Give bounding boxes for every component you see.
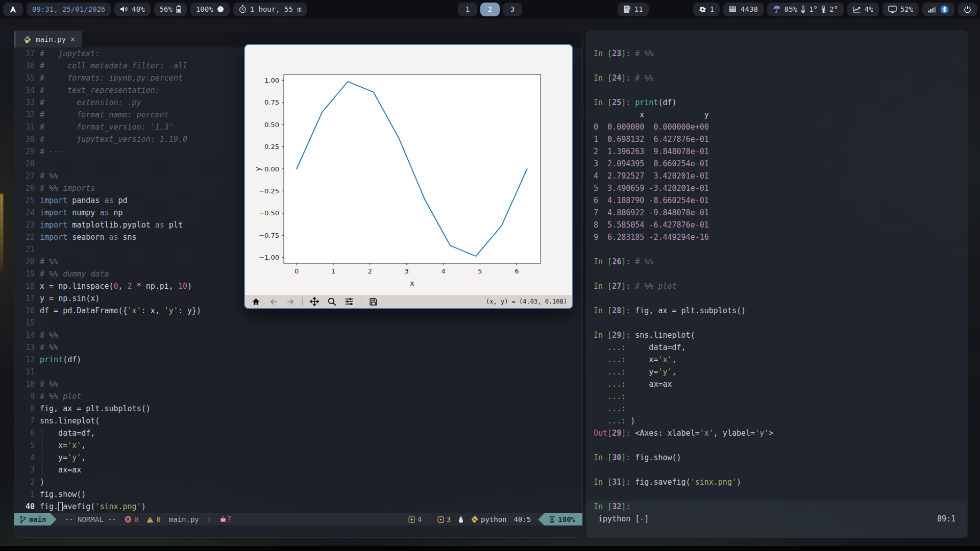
statusline-filename: main.py [169, 515, 199, 523]
terminal-line: In [30]: fig.show() [586, 452, 968, 464]
volume-widget[interactable]: 40% [114, 3, 150, 16]
added-count-item: 4 [408, 515, 422, 523]
uptime-text: 1 hour, 55 m [250, 5, 302, 13]
terminal-line: x y [586, 109, 968, 121]
volume-text: 40% [132, 5, 144, 13]
code-line: 15 [14, 317, 582, 329]
plot-window[interactable]: 01234561.000.750.500.250.00−0.25−0.50−0.… [244, 44, 573, 309]
terminal-line [586, 243, 968, 256]
mode-indicator: -- NORMAL -- [65, 515, 116, 523]
power-button[interactable] [958, 3, 977, 16]
terminal-line: In [23]: # %% [586, 47, 968, 60]
forward-button[interactable] [285, 296, 296, 307]
terminal-line: In [25]: print(df) [586, 96, 968, 109]
code-line: 9# %% plot [14, 390, 582, 403]
tab-close-icon[interactable]: × [70, 35, 75, 44]
brightness-widget[interactable]: 100% [190, 3, 230, 16]
code-line: 4│ y='y', [14, 452, 582, 464]
screen-brightness-widget[interactable]: 52% [883, 3, 919, 16]
svg-text:0.50: 0.50 [264, 121, 279, 129]
newspaper-icon [729, 6, 737, 13]
svg-text:−1.00: −1.00 [259, 254, 279, 261]
workspace-pill-3[interactable]: 3 [503, 3, 522, 16]
desktop: 09:31, 25/01/2026 40% 56% 100% [0, 0, 980, 551]
added-count: 4 [418, 515, 422, 523]
terminal-output[interactable]: In [23]: # %%In [24]: # %%In [25]: print… [586, 47, 968, 513]
toolbar-separator [302, 297, 303, 306]
terminal-line: ...: ) [586, 415, 968, 427]
connectivity-widget[interactable] [922, 3, 954, 16]
notes-count: 11 [634, 5, 643, 13]
screen-brightness-text: 52% [900, 5, 913, 13]
terminal-line [586, 292, 968, 305]
pan-button[interactable] [309, 296, 320, 307]
uptime-widget[interactable]: 1 hour, 55 m [233, 3, 307, 16]
svg-text:1: 1 [331, 267, 335, 275]
back-button[interactable] [267, 296, 279, 307]
code-line: 6│ data=df, [14, 427, 582, 439]
tab-main-py[interactable]: main.py × [16, 31, 82, 47]
modified-count-item: 3 [437, 515, 451, 523]
arch-logo-icon [9, 6, 17, 13]
code-line: 2) [14, 476, 582, 488]
save-button[interactable] [368, 296, 379, 307]
terminal-line: 0 0.000000 0.000000e+00 [586, 121, 968, 133]
terminal-line: ...: data=df, [586, 341, 968, 354]
code-line: 5│ x='x', [14, 439, 582, 452]
svg-text:0.00: 0.00 [264, 165, 279, 173]
svg-text:0: 0 [295, 267, 299, 275]
terminal-line: In [28]: fig, ax = plt.subplots() [586, 305, 968, 317]
workspace-pill-2[interactable]: 2 [480, 3, 500, 16]
news-count: 4438 [741, 5, 758, 13]
code-line: 40fig.savefig('sinx.png') [14, 500, 582, 513]
terminal-line [586, 317, 968, 329]
notes-widget[interactable]: 11 [618, 3, 649, 16]
thermometer-high-icon [821, 5, 826, 13]
terminal-line: ...: [586, 403, 968, 415]
workspace-pill-1[interactable]: 1 [458, 3, 477, 16]
svg-text:y: y [254, 167, 262, 171]
svg-text:2: 2 [368, 267, 372, 275]
editor-statusline: main -- NORMAL -- 0 0 main.py ❯ ? [14, 513, 582, 525]
code-line: 3│ ax=ax [14, 464, 582, 476]
cpu-widget[interactable]: 4% [847, 3, 879, 16]
dot-box-icon [437, 516, 444, 523]
umbrella-icon [773, 5, 781, 13]
terminal-line [586, 60, 968, 72]
news-widget[interactable]: 4438 [723, 3, 764, 16]
battery-widget[interactable]: 56% [154, 3, 187, 16]
svg-text:3: 3 [405, 267, 409, 275]
terminal-line: In [27]: # %% plot [586, 280, 968, 292]
progress-text: 100% [558, 515, 575, 523]
terminal-cursor-position: 89:1 [937, 513, 955, 525]
svg-text:1.00: 1.00 [264, 77, 279, 84]
svg-text:x: x [410, 279, 414, 287]
updates-widget[interactable]: 1 [693, 3, 720, 16]
terminal-line: ...: ax=ax [586, 378, 968, 390]
python-statusline-icon [471, 516, 478, 523]
terminal-line: ...: [586, 390, 968, 403]
temp-low-text: 1° [809, 5, 818, 13]
weather-widget[interactable]: 85% 1° 2° [767, 3, 844, 16]
tux-icon [458, 516, 464, 523]
battery-text: 56% [160, 5, 173, 13]
bluetooth-icon [940, 5, 949, 14]
terminal-line: In [24]: # %% [586, 72, 968, 84]
diagnostics-errors: 0 [125, 515, 138, 523]
zoom-button[interactable] [326, 296, 337, 307]
launcher-button[interactable] [3, 3, 23, 16]
terminal-line: ...: x='x', [586, 354, 968, 366]
svg-text:−0.75: −0.75 [259, 232, 279, 239]
brightness-text: 100% [196, 5, 213, 13]
subplots-config-button[interactable] [344, 296, 355, 307]
clock-widget[interactable]: 09:31, 25/01/2026 [27, 3, 111, 16]
language-label: python [481, 515, 507, 523]
terminal-line: 6 4.188790 -8.660254e-01 [586, 194, 968, 207]
home-button[interactable] [250, 296, 261, 307]
svg-text:0.25: 0.25 [264, 143, 279, 151]
code-line: 8fig, ax = plt.subplots() [14, 403, 582, 415]
svg-text:4: 4 [441, 267, 445, 275]
thermometer-low-icon [801, 5, 805, 13]
code-line: 13# %% [14, 341, 582, 354]
language-item: python [471, 515, 507, 523]
